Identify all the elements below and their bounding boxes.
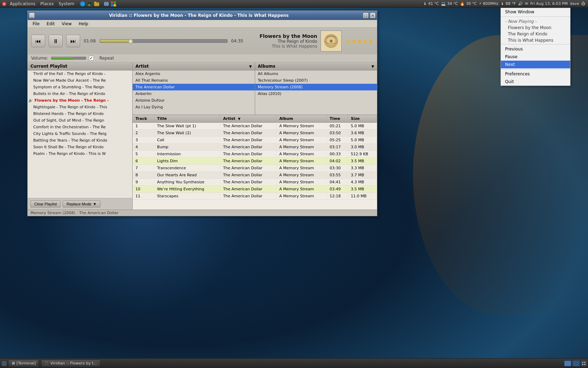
col-size[interactable]: Size bbox=[348, 115, 377, 123]
col-time[interactable]: Time bbox=[327, 115, 348, 123]
minimize-button[interactable]: _ bbox=[29, 13, 35, 18]
app-grid-icon[interactable] bbox=[111, 1, 116, 7]
playlist-item-12[interactable]: Psalm - The Reign of Kindo - This is W bbox=[28, 150, 132, 157]
col-title[interactable]: Title bbox=[154, 115, 220, 123]
progress-bar[interactable] bbox=[100, 39, 227, 43]
album-item-0[interactable]: All Albums bbox=[255, 70, 377, 77]
artist-panel: Artist ▼ Alex ArgentoAll That RemainsThe… bbox=[133, 62, 255, 115]
quit-item[interactable]: Quit bbox=[501, 78, 570, 86]
top-panels: Artist ▼ Alex ArgentoAll That RemainsThe… bbox=[133, 62, 377, 115]
power-icon[interactable]: ⏻ bbox=[581, 1, 585, 6]
track-cell-4-1: Intermission bbox=[154, 151, 220, 158]
desktop-2[interactable] bbox=[573, 361, 580, 366]
playlist-item-8[interactable]: Comfort in the Orchestration - The Re bbox=[28, 124, 132, 130]
artist-item-2[interactable]: The American Dollar bbox=[133, 84, 255, 90]
table-row[interactable]: 7TranscendenceThe American DollarA Memor… bbox=[133, 165, 377, 172]
system-menu[interactable]: System bbox=[56, 1, 76, 6]
artist-item-4[interactable]: Antoine Dufour bbox=[133, 97, 255, 104]
artist-list[interactable]: Alex ArgentoAll That RemainsThe American… bbox=[133, 70, 255, 115]
view-menu[interactable]: View bbox=[59, 21, 74, 27]
pause-button[interactable]: ⏸ bbox=[49, 35, 63, 47]
prev-button[interactable]: ⏮ bbox=[31, 35, 45, 47]
maximize-button[interactable]: □ bbox=[363, 13, 369, 18]
taskbar-bottom-icon[interactable] bbox=[1, 361, 7, 366]
album-sort-arrow[interactable]: ▼ bbox=[371, 64, 374, 68]
table-row[interactable]: 1The Slow Wait (pt 1)The American Dollar… bbox=[133, 123, 377, 130]
artist-item-1[interactable]: All That Remains bbox=[133, 77, 255, 84]
viridian-taskbtn[interactable]: 🎵 Viridian :: Flowers by t... bbox=[41, 360, 100, 367]
table-row[interactable]: 10We're Hitting EverythingThe American D… bbox=[133, 186, 377, 193]
playlist-item-1[interactable]: Now We've Made Our Ascent - The Re bbox=[28, 77, 132, 84]
playlist-item-7[interactable]: Out of Sight, Out of Mind - The Reign bbox=[28, 117, 132, 124]
album-item-3[interactable]: Atlas (2010) bbox=[255, 90, 377, 97]
table-row[interactable]: 4BumpThe American DollarA Memory Stream0… bbox=[133, 144, 377, 151]
replace-mode-button[interactable]: Replace Mode ▼ bbox=[63, 200, 100, 207]
album-item-1[interactable]: Technicolour Sleep (2007) bbox=[255, 77, 377, 84]
help-menu[interactable]: Help bbox=[76, 21, 91, 27]
table-row[interactable]: 6Lights DimThe American DollarA Memory S… bbox=[133, 158, 377, 165]
browser-icon[interactable]: 🌐 bbox=[80, 1, 85, 7]
playlist-item-11[interactable]: Soon It Shall Be - The Reign of Kindo bbox=[28, 144, 132, 150]
volume-slider[interactable] bbox=[51, 57, 86, 60]
col-track[interactable]: Track bbox=[133, 115, 154, 123]
preferences-item[interactable]: Preferences bbox=[501, 70, 570, 78]
table-row[interactable]: 9Anything You SynthesizeThe American Dol… bbox=[133, 179, 377, 186]
playlist-item-10[interactable]: Battling the Years - The Reign of Kindo bbox=[28, 137, 132, 144]
total-time: 04:35 bbox=[231, 39, 244, 43]
show-window-item[interactable]: Show Window bbox=[501, 8, 570, 16]
viridian-taskbtn-icon: 🎵 bbox=[44, 361, 49, 366]
playlist-item-6[interactable]: Blistered Hands - The Reign of Kindo bbox=[28, 110, 132, 117]
file-manager-icon[interactable] bbox=[94, 1, 99, 7]
previous-item[interactable]: Previous bbox=[501, 45, 570, 53]
track-cell-6-5: 3.3 MB bbox=[348, 165, 377, 172]
playlist-items[interactable]: Thrill of the Fall - The Reign of Kindo … bbox=[28, 70, 132, 198]
screenshot-icon[interactable] bbox=[104, 1, 109, 7]
playlist-item-9[interactable]: City Lights & Traffic Sounds - The Reig bbox=[28, 130, 132, 137]
email-icon[interactable]: ✉ bbox=[525, 1, 528, 6]
file-menu[interactable]: File bbox=[30, 21, 42, 27]
artist-item-0[interactable]: Alex Argento bbox=[133, 70, 255, 77]
col-artist[interactable]: Artist ▼ bbox=[220, 115, 276, 123]
terminal-taskbtn[interactable]: 🖥 [Terminal] bbox=[8, 360, 39, 367]
system-icon[interactable]: ⚙ bbox=[1, 1, 7, 7]
artist-item-5[interactable]: As I Lay Dying bbox=[133, 104, 255, 110]
artist-item-3[interactable]: Anberlin bbox=[133, 90, 255, 97]
playlist-item-5[interactable]: Nightingale - The Reign of Kindo - This bbox=[28, 104, 132, 110]
album-item-2[interactable]: Memory Stream (2008) bbox=[255, 84, 377, 90]
clear-playlist-button[interactable]: Clear Playlist bbox=[30, 200, 61, 207]
repeat-checkbox[interactable]: ✓ bbox=[89, 56, 94, 61]
replace-dropdown-arrow: ▼ bbox=[93, 202, 97, 206]
playlist-item-3[interactable]: Bullets in the Air - The Reign of Kindo bbox=[28, 90, 132, 97]
track-cell-7-0: 8 bbox=[133, 172, 154, 179]
album-list[interactable]: All AlbumsTechnicolour Sleep (2007)Memor… bbox=[255, 70, 377, 115]
artist-sort-arrow[interactable]: ▼ bbox=[249, 64, 252, 68]
progress-handle[interactable] bbox=[128, 39, 133, 44]
next-button[interactable]: ⏭ bbox=[66, 35, 80, 47]
desktop-1[interactable] bbox=[564, 361, 571, 366]
playlist-item-2[interactable]: Symptom of a Stumbling - The Reign bbox=[28, 84, 132, 90]
edit-menu[interactable]: Edit bbox=[44, 21, 57, 27]
taskbar-top: ⚙ Applications Places System 🌐 ▶ � bbox=[0, 0, 588, 8]
status-text: Memory Stream (2008) - The American Doll… bbox=[30, 211, 118, 215]
playlist-item-4[interactable]: Flowers by the Moon - The Reign - bbox=[28, 97, 132, 104]
next-item[interactable]: Next bbox=[501, 61, 570, 68]
taskbar-left: ⚙ Applications Places System 🌐 ▶ bbox=[0, 1, 118, 7]
places-menu[interactable]: Places bbox=[38, 1, 56, 6]
track-table-area[interactable]: Track Title Artist ▼ Album Time Size 1Th… bbox=[133, 115, 377, 210]
table-row[interactable]: 3CallThe American DollarA Memory Stream0… bbox=[133, 137, 377, 144]
playlist-item-0[interactable]: Thrill of the Fall - The Reign of Kindo … bbox=[28, 70, 132, 77]
svg-text:⚙: ⚙ bbox=[3, 2, 6, 6]
show-desktop-button[interactable] bbox=[581, 361, 587, 366]
rating-stars[interactable]: ★★★★★ bbox=[345, 38, 373, 45]
table-row[interactable]: 5IntermissionThe American DollarA Memory… bbox=[133, 151, 377, 158]
table-row[interactable]: 11StarscapesThe American DollarA Memory … bbox=[133, 193, 377, 200]
track-cell-6-3: A Memory Stream bbox=[276, 165, 327, 172]
col-album[interactable]: Album bbox=[276, 115, 327, 123]
close-button[interactable]: ✕ bbox=[370, 13, 376, 18]
terminal-icon[interactable]: ▶ bbox=[87, 1, 92, 7]
volume-icon[interactable]: 🔊 bbox=[518, 1, 523, 6]
table-row[interactable]: 8Our Hearts Are ReadThe American DollarA… bbox=[133, 172, 377, 179]
applications-menu[interactable]: Applications bbox=[8, 1, 37, 6]
pause-item[interactable]: Pause bbox=[501, 53, 570, 61]
table-row[interactable]: 2The Slow Wait (2)The American DollarA M… bbox=[133, 130, 377, 137]
